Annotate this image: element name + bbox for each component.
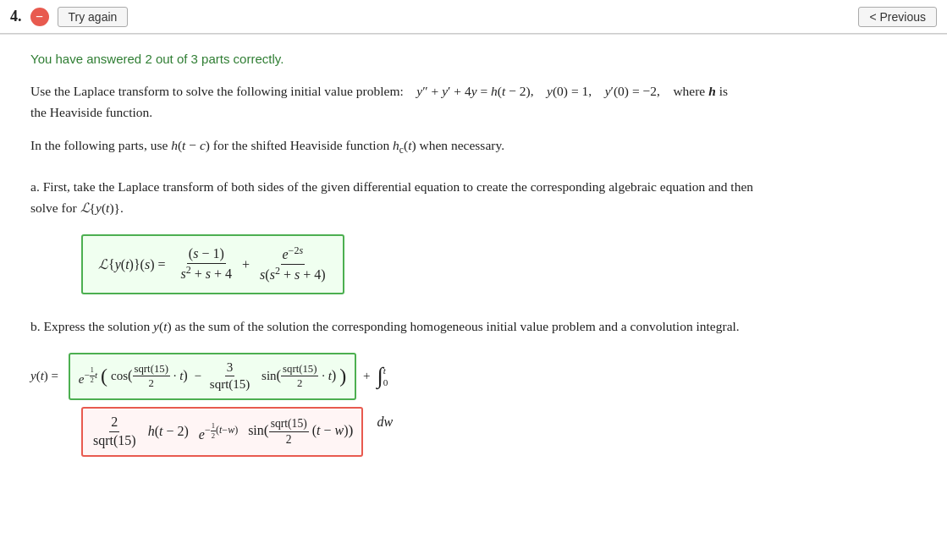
problem-intro: Use the Laplace transform to solve the f… xyxy=(30,84,404,98)
frac-1-den: s2 + s + 4 xyxy=(179,264,234,283)
upper-bound: t xyxy=(383,365,388,376)
part-a-label: a. First, take the Laplace transform of … xyxy=(30,177,917,219)
main-content: You have answered 2 out of 3 parts corre… xyxy=(0,35,947,489)
ic2: y′(0) = −2, xyxy=(605,84,660,98)
frac-2: e−2s s(s2 + s + 4) xyxy=(258,244,327,284)
conv-coeff: 2 sqrt(15) xyxy=(91,414,138,450)
sin-term: sin(sqrt(15)2 · t) xyxy=(262,362,336,391)
problem-statement: Use the Laplace transform to solve the f… xyxy=(30,81,917,124)
frac-2-den: s(s2 + s + 4) xyxy=(258,265,327,284)
part-b-red-box-container: 2 sqrt(15) h(t − 2) e−12(t−w) sin(sqrt(1… xyxy=(81,407,917,457)
part-a: a. First, take the Laplace transform of … xyxy=(30,177,917,301)
note-text: In the following parts, use h(t − c) for… xyxy=(30,135,917,159)
yt-lhs: y(t) = xyxy=(30,369,58,383)
sin-conv: sin(sqrt(15)2 (t − w)) xyxy=(248,416,353,447)
integral-bounds: t 0 xyxy=(383,365,388,387)
problem-number: 4. xyxy=(10,8,22,25)
ic1: y(0) = 1, xyxy=(547,84,592,98)
previous-button[interactable]: < Previous xyxy=(858,7,937,27)
part-b-formula-area: y(t) = e−12t ( cos(sqrt(15)2 · t) − 3 sq… xyxy=(30,346,917,404)
part-a-formula-box: ℒ{y(t)}(s) = (s − 1) s2 + s + 4 + e−2s s… xyxy=(81,234,344,294)
big-paren-open: ( xyxy=(101,365,107,387)
part-a-math: ℒ{y(t)}(s) = (s − 1) s2 + s + 4 + e−2s s… xyxy=(98,244,328,284)
part-b: b. Express the solution y(t) as the sum … xyxy=(30,316,917,456)
top-bar: 4. − Try again < Previous xyxy=(0,0,947,34)
part-b-label: b. Express the solution y(t) as the sum … xyxy=(30,316,917,338)
minus-icon: − xyxy=(30,8,49,26)
frac-1-num: (s − 1) xyxy=(187,245,226,264)
big-paren-close: ) xyxy=(339,365,346,387)
laplace-lhs: ℒ{y(t)}(s) = xyxy=(98,256,166,272)
frac-1: (s − 1) s2 + s + 4 xyxy=(179,245,234,283)
convolution-box: 2 sqrt(15) h(t − 2) e−12(t−w) sin(sqrt(1… xyxy=(81,407,363,457)
exp-term: e−12t xyxy=(79,366,97,387)
top-left: 4. − Try again xyxy=(10,7,128,27)
cos-term: cos(sqrt(15)2 · t) xyxy=(111,362,188,391)
try-again-button[interactable]: Try again xyxy=(58,7,129,27)
frac-2-num: e−2s xyxy=(281,244,306,265)
integral-sign: ∫ xyxy=(377,365,383,387)
status-text: You have answered 2 out of 3 parts corre… xyxy=(30,52,917,66)
lower-bound: 0 xyxy=(383,377,388,387)
coeff-frac: 3 sqrt(15) xyxy=(208,360,252,393)
dw-label: dw xyxy=(377,415,393,429)
h-term: h(t − 2) xyxy=(148,424,189,439)
homogeneous-solution-box: e−12t ( cos(sqrt(15)2 · t) − 3 sqrt(15) … xyxy=(69,353,357,400)
exp-conv: e−12(t−w) xyxy=(199,421,238,442)
equation: y″ + y′ + 4y = h(t − 2), xyxy=(416,84,537,98)
